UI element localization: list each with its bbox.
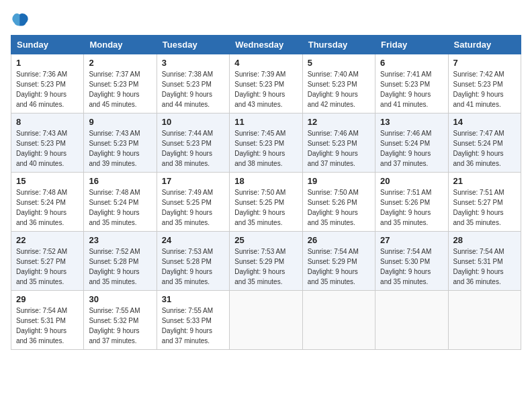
day-number: 31 (162, 294, 224, 304)
calendar-cell-30: 30Sunrise: 7:55 AM Sunset: 5:32 PM Dayli… (84, 291, 157, 350)
day-detail: Sunrise: 7:55 AM Sunset: 5:33 PM Dayligh… (162, 306, 224, 346)
day-detail: Sunrise: 7:48 AM Sunset: 5:24 PM Dayligh… (89, 187, 151, 228)
day-number: 21 (453, 176, 516, 186)
day-number: 10 (162, 117, 224, 127)
day-number: 2 (89, 58, 151, 68)
calendar-cell-2: 2Sunrise: 7:37 AM Sunset: 5:23 PM Daylig… (84, 54, 157, 113)
calendar-table: SundayMondayTuesdayWednesdayThursdayFrid… (11, 35, 521, 350)
day-detail: Sunrise: 7:54 AM Sunset: 5:31 PM Dayligh… (16, 306, 79, 346)
day-detail: Sunrise: 7:46 AM Sunset: 5:23 PM Dayligh… (308, 128, 370, 169)
calendar-week-0: 1Sunrise: 7:36 AM Sunset: 5:23 PM Daylig… (11, 54, 521, 113)
calendar-cell-7: 7Sunrise: 7:42 AM Sunset: 5:23 PM Daylig… (448, 54, 521, 113)
day-number: 3 (162, 58, 224, 68)
days-header-row: SundayMondayTuesdayWednesdayThursdayFrid… (11, 36, 521, 54)
day-header-thursday: Thursday (302, 36, 375, 54)
day-detail: Sunrise: 7:39 AM Sunset: 5:23 PM Dayligh… (234, 69, 297, 109)
calendar-cell-26: 26Sunrise: 7:54 AM Sunset: 5:29 PM Dayli… (302, 232, 375, 291)
day-detail: Sunrise: 7:52 AM Sunset: 5:27 PM Dayligh… (16, 246, 79, 287)
day-detail: Sunrise: 7:53 AM Sunset: 5:29 PM Dayligh… (234, 246, 297, 287)
day-detail: Sunrise: 7:49 AM Sunset: 5:25 PM Dayligh… (162, 187, 224, 228)
day-number: 24 (162, 235, 224, 245)
calendar-cell-22: 22Sunrise: 7:52 AM Sunset: 5:27 PM Dayli… (11, 232, 84, 291)
day-number: 26 (308, 235, 370, 245)
calendar-cell-14: 14Sunrise: 7:47 AM Sunset: 5:24 PM Dayli… (448, 113, 521, 173)
day-number: 14 (453, 117, 516, 127)
calendar-cell-9: 9Sunrise: 7:43 AM Sunset: 5:23 PM Daylig… (84, 113, 157, 173)
calendar-cell-24: 24Sunrise: 7:53 AM Sunset: 5:28 PM Dayli… (157, 232, 229, 291)
day-detail: Sunrise: 7:43 AM Sunset: 5:23 PM Dayligh… (89, 128, 151, 169)
day-number: 4 (234, 58, 297, 68)
day-detail: Sunrise: 7:44 AM Sunset: 5:23 PM Dayligh… (162, 128, 224, 169)
day-number: 25 (234, 235, 297, 245)
logo (11, 11, 32, 30)
day-number: 28 (453, 235, 516, 245)
day-detail: Sunrise: 7:51 AM Sunset: 5:27 PM Dayligh… (453, 187, 516, 228)
day-detail: Sunrise: 7:50 AM Sunset: 5:25 PM Dayligh… (234, 187, 297, 228)
day-detail: Sunrise: 7:45 AM Sunset: 5:23 PM Dayligh… (234, 128, 297, 169)
calendar-cell-15: 15Sunrise: 7:48 AM Sunset: 5:24 PM Dayli… (11, 173, 84, 232)
calendar-cell-11: 11Sunrise: 7:45 AM Sunset: 5:23 PM Dayli… (230, 113, 302, 173)
day-detail: Sunrise: 7:48 AM Sunset: 5:24 PM Dayligh… (16, 187, 79, 228)
day-number: 29 (16, 294, 79, 304)
calendar-cell-31: 31Sunrise: 7:55 AM Sunset: 5:33 PM Dayli… (157, 291, 229, 350)
calendar-cell-21: 21Sunrise: 7:51 AM Sunset: 5:27 PM Dayli… (448, 173, 521, 232)
day-detail: Sunrise: 7:54 AM Sunset: 5:31 PM Dayligh… (453, 246, 516, 287)
day-detail: Sunrise: 7:46 AM Sunset: 5:24 PM Dayligh… (380, 128, 443, 169)
calendar-cell-23: 23Sunrise: 7:52 AM Sunset: 5:28 PM Dayli… (84, 232, 157, 291)
day-header-monday: Monday (84, 36, 157, 54)
day-detail: Sunrise: 7:52 AM Sunset: 5:28 PM Dayligh… (89, 246, 151, 287)
day-header-tuesday: Tuesday (157, 36, 229, 54)
calendar-cell-4: 4Sunrise: 7:39 AM Sunset: 5:23 PM Daylig… (230, 54, 302, 113)
calendar-week-4: 29Sunrise: 7:54 AM Sunset: 5:31 PM Dayli… (11, 291, 521, 350)
calendar-week-1: 8Sunrise: 7:43 AM Sunset: 5:23 PM Daylig… (11, 113, 521, 173)
calendar-cell-1: 1Sunrise: 7:36 AM Sunset: 5:23 PM Daylig… (11, 54, 84, 113)
calendar-cell-25: 25Sunrise: 7:53 AM Sunset: 5:29 PM Dayli… (230, 232, 302, 291)
calendar-cell-empty (448, 291, 521, 350)
logo-icon (11, 11, 30, 30)
calendar-cell-28: 28Sunrise: 7:54 AM Sunset: 5:31 PM Dayli… (448, 232, 521, 291)
day-number: 9 (89, 117, 151, 127)
calendar-cell-16: 16Sunrise: 7:48 AM Sunset: 5:24 PM Dayli… (84, 173, 157, 232)
calendar-cell-20: 20Sunrise: 7:51 AM Sunset: 5:26 PM Dayli… (375, 173, 448, 232)
day-detail: Sunrise: 7:41 AM Sunset: 5:23 PM Dayligh… (380, 69, 443, 109)
calendar-cell-10: 10Sunrise: 7:44 AM Sunset: 5:23 PM Dayli… (157, 113, 229, 173)
day-number: 22 (16, 235, 79, 245)
day-detail: Sunrise: 7:55 AM Sunset: 5:32 PM Dayligh… (89, 306, 151, 346)
day-detail: Sunrise: 7:40 AM Sunset: 5:23 PM Dayligh… (308, 69, 370, 109)
day-header-saturday: Saturday (448, 36, 521, 54)
calendar-cell-empty (230, 291, 302, 350)
day-number: 11 (234, 117, 297, 127)
day-header-sunday: Sunday (11, 36, 84, 54)
day-number: 13 (380, 117, 443, 127)
day-detail: Sunrise: 7:43 AM Sunset: 5:23 PM Dayligh… (16, 128, 79, 169)
day-detail: Sunrise: 7:36 AM Sunset: 5:23 PM Dayligh… (16, 69, 79, 109)
calendar-cell-12: 12Sunrise: 7:46 AM Sunset: 5:23 PM Dayli… (302, 113, 375, 173)
calendar-cell-8: 8Sunrise: 7:43 AM Sunset: 5:23 PM Daylig… (11, 113, 84, 173)
calendar-cell-13: 13Sunrise: 7:46 AM Sunset: 5:24 PM Dayli… (375, 113, 448, 173)
day-number: 6 (380, 58, 443, 68)
day-number: 19 (308, 176, 370, 186)
day-number: 1 (16, 58, 79, 68)
day-number: 12 (308, 117, 370, 127)
day-number: 23 (89, 235, 151, 245)
day-number: 18 (234, 176, 297, 186)
calendar-cell-27: 27Sunrise: 7:54 AM Sunset: 5:30 PM Dayli… (375, 232, 448, 291)
calendar-cell-empty (375, 291, 448, 350)
day-detail: Sunrise: 7:47 AM Sunset: 5:24 PM Dayligh… (453, 128, 516, 169)
day-number: 17 (162, 176, 224, 186)
calendar-cell-18: 18Sunrise: 7:50 AM Sunset: 5:25 PM Dayli… (230, 173, 302, 232)
calendar-cell-19: 19Sunrise: 7:50 AM Sunset: 5:26 PM Dayli… (302, 173, 375, 232)
calendar-cell-3: 3Sunrise: 7:38 AM Sunset: 5:23 PM Daylig… (157, 54, 229, 113)
calendar-cell-17: 17Sunrise: 7:49 AM Sunset: 5:25 PM Dayli… (157, 173, 229, 232)
day-number: 7 (453, 58, 516, 68)
day-detail: Sunrise: 7:51 AM Sunset: 5:26 PM Dayligh… (380, 187, 443, 228)
day-header-friday: Friday (375, 36, 448, 54)
day-detail: Sunrise: 7:42 AM Sunset: 5:23 PM Dayligh… (453, 69, 516, 109)
calendar-week-3: 22Sunrise: 7:52 AM Sunset: 5:27 PM Dayli… (11, 232, 521, 291)
day-number: 16 (89, 176, 151, 186)
day-header-wednesday: Wednesday (230, 36, 302, 54)
calendar-week-2: 15Sunrise: 7:48 AM Sunset: 5:24 PM Dayli… (11, 173, 521, 232)
day-detail: Sunrise: 7:37 AM Sunset: 5:23 PM Dayligh… (89, 69, 151, 109)
day-detail: Sunrise: 7:38 AM Sunset: 5:23 PM Dayligh… (162, 69, 224, 109)
day-number: 30 (89, 294, 151, 304)
